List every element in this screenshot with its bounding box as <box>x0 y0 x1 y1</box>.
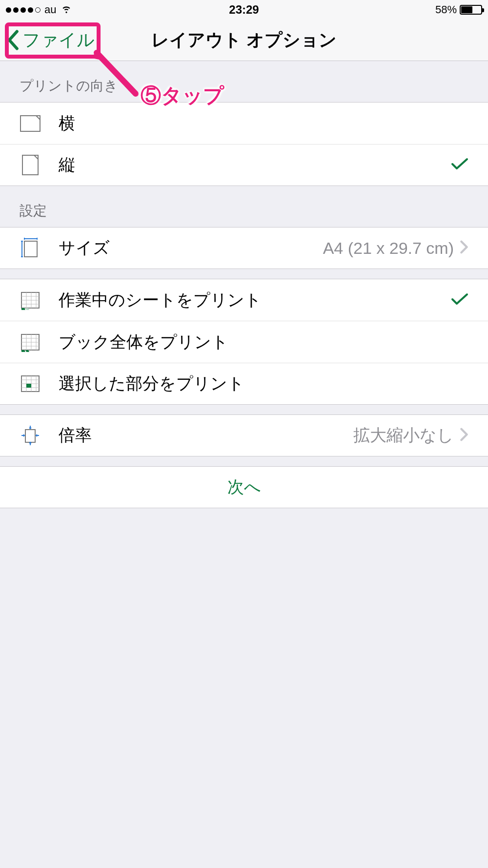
size-icon <box>20 237 41 259</box>
print-active-sheet[interactable]: 作業中のシートをプリント <box>0 279 488 321</box>
print-selection-label: 選択した部分をプリント <box>59 372 468 395</box>
next-button[interactable]: 次へ <box>0 466 488 508</box>
sheet-active-icon <box>20 289 41 311</box>
print-book[interactable]: ブック全体をプリント <box>0 321 488 363</box>
chevron-right-icon <box>460 240 468 256</box>
chevron-left-icon <box>6 30 20 50</box>
scale-label: 倍率 <box>59 424 353 447</box>
back-button[interactable]: ファイル <box>0 25 101 55</box>
back-label: ファイル <box>22 28 95 52</box>
orientation-portrait-label: 縦 <box>59 154 451 176</box>
orientation-landscape-label: 横 <box>59 112 468 135</box>
svg-rect-2 <box>24 241 37 257</box>
battery-icon <box>460 5 482 15</box>
sheet-selection-icon <box>20 373 41 394</box>
landscape-icon <box>20 113 41 134</box>
sheet-book-icon <box>20 331 41 353</box>
check-icon <box>451 157 468 173</box>
svg-rect-1 <box>22 155 38 175</box>
page-title: レイアウト オプション <box>151 28 337 52</box>
check-icon <box>451 292 468 308</box>
size-row[interactable]: サイズ A4 (21 x 29.7 cm) <box>0 227 488 269</box>
status-time: 23:29 <box>229 3 259 17</box>
print-active-label: 作業中のシートをプリント <box>59 289 451 311</box>
signal-dots <box>6 7 41 13</box>
battery-percent: 58% <box>435 3 457 16</box>
svg-rect-0 <box>20 116 40 131</box>
scale-icon <box>20 425 41 446</box>
print-selection[interactable]: 選択した部分をプリント <box>0 363 488 405</box>
orientation-landscape[interactable]: 横 <box>0 102 488 144</box>
section-header-settings: 設定 <box>0 186 488 227</box>
nav-bar: ファイル レイアウト オプション <box>0 20 488 61</box>
wifi-icon <box>60 2 73 18</box>
svg-rect-7 <box>25 430 35 442</box>
orientation-portrait[interactable]: 縦 <box>0 144 488 186</box>
svg-rect-6 <box>26 384 31 388</box>
scale-value: 拡大縮小なし <box>353 424 454 447</box>
carrier-label: au <box>44 3 56 16</box>
section-header-orientation: プリントの向き <box>0 61 488 102</box>
status-bar: au 23:29 58% <box>0 0 488 20</box>
size-label: サイズ <box>59 237 323 259</box>
size-value: A4 (21 x 29.7 cm) <box>323 239 454 258</box>
next-label: 次へ <box>227 476 261 498</box>
portrait-icon <box>20 154 41 176</box>
print-book-label: ブック全体をプリント <box>59 331 468 353</box>
chevron-right-icon <box>460 428 468 443</box>
scale-row[interactable]: 倍率 拡大縮小なし <box>0 414 488 456</box>
